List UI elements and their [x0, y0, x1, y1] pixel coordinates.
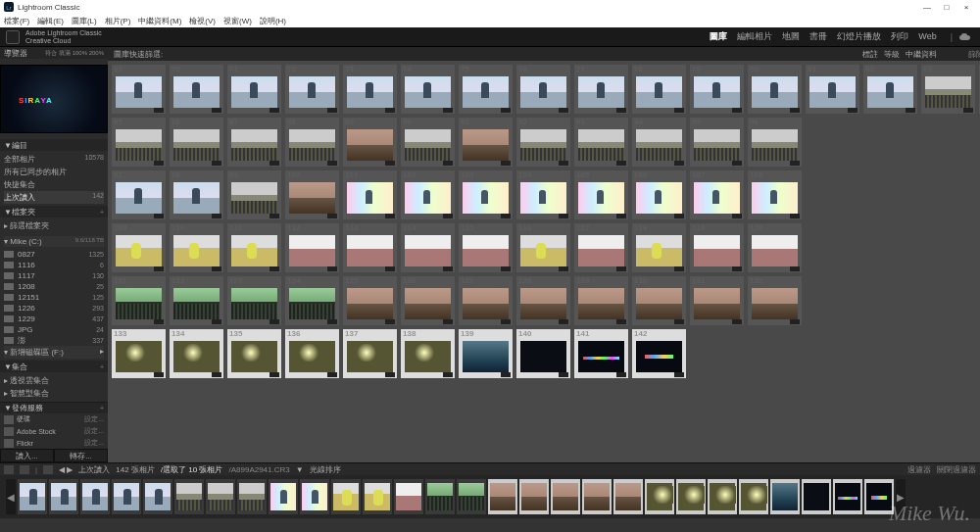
filmstrip-cell[interactable] [582, 479, 612, 514]
folders-tree[interactable]: 0827132511166111713012082512151125122629… [0, 249, 108, 344]
thumbnail-cell[interactable]: 108 [748, 170, 802, 219]
thumbnail-cell[interactable]: 101 [343, 170, 397, 219]
thumbnail-cell[interactable]: 90 [401, 118, 455, 167]
thumbnail-cell[interactable]: 127 [459, 276, 513, 325]
filmstrip-cell[interactable] [739, 479, 768, 514]
folder-row[interactable]: 1117130 [2, 270, 106, 281]
publish-service[interactable]: Flickr設定... [0, 437, 108, 449]
filmstrip-cell[interactable] [488, 479, 517, 514]
filter-rating[interactable]: 等級 [884, 49, 900, 60]
filmstrip-cell[interactable] [864, 479, 894, 514]
thumbnail-cell[interactable]: 116 [516, 223, 570, 272]
thumbnail-cell[interactable]: 111 [227, 223, 281, 272]
module-Web[interactable]: Web [918, 31, 936, 41]
menu-相片(P)[interactable]: 相片(P) [105, 16, 131, 26]
thumbnail-cell[interactable]: 91 [459, 118, 513, 167]
thumbnail-cell[interactable]: 95 [690, 118, 744, 167]
filmstrip-cell[interactable] [49, 479, 78, 514]
thumbnail-cell[interactable]: 94 [632, 118, 686, 167]
thumbnail-cell[interactable]: 122 [170, 276, 223, 325]
thumbnail-cell[interactable]: 92 [516, 118, 570, 167]
publish-service[interactable]: Adobe Stock設定... [0, 425, 108, 437]
filmstrip-cell[interactable] [206, 479, 235, 514]
thumbnail-cell[interactable]: 123 [227, 276, 281, 325]
thumbnail-cell[interactable]: 80 [748, 65, 802, 114]
module-幻燈片播放[interactable]: 幻燈片播放 [837, 31, 881, 41]
catalog-row[interactable]: 快捷集合 [4, 178, 104, 191]
filter-flag[interactable]: 標註 [862, 49, 878, 60]
filmstrip-cell[interactable] [237, 479, 267, 514]
menu-中繼資料(M)[interactable]: 中繼資料(M) [138, 16, 181, 26]
navigator-preview[interactable]: SIRAYA [0, 65, 108, 133]
filmstrip-cell[interactable] [112, 479, 141, 514]
thumbnail-cell[interactable]: 121 [112, 276, 166, 325]
folder-row[interactable]: JPG24 [2, 324, 106, 335]
thumbnail-cell[interactable]: 139 [459, 329, 513, 378]
folders-drive2-row[interactable]: ▾ 新增磁碟區 (F:)▸ [0, 344, 108, 361]
filmstrip-cell[interactable] [143, 479, 172, 514]
filmstrip-cell[interactable] [613, 479, 643, 514]
filmstrip-cell[interactable] [519, 479, 549, 514]
thumbnail-cell[interactable]: 106 [632, 170, 686, 219]
thumbnail-cell[interactable]: 93 [574, 118, 628, 167]
folder-row[interactable]: 11166 [2, 260, 106, 270]
thumbnail-cell[interactable]: 136 [285, 329, 339, 378]
thumbnail-cell[interactable]: 75 [459, 65, 513, 114]
publish-service[interactable]: 硬碟設定... [0, 413, 108, 425]
thumbnail-cell[interactable]: 70 [170, 65, 223, 114]
close-button[interactable]: × [956, 3, 976, 12]
left-panel[interactable]: 導覽器 符合 填滿 100% 200% SIRAYA ▼ 編目 全部相片1057… [0, 47, 108, 462]
filmstrip-cell[interactable] [363, 479, 392, 514]
thumbnail-cell[interactable]: 113 [343, 223, 397, 272]
thumbnail-cell[interactable]: 134 [170, 329, 223, 378]
catalog-row[interactable]: 上次讀入142 [4, 191, 104, 204]
thumbnail-cell[interactable]: 72 [285, 65, 339, 114]
thumbnail-cell[interactable]: 138 [401, 329, 455, 378]
thumbnail-cell[interactable]: 109 [112, 223, 166, 272]
folders-header[interactable]: ▼ 檔案夾+ [0, 206, 108, 218]
thumbnail-cell[interactable]: 128 [516, 276, 570, 325]
thumbnail-cell[interactable]: 137 [343, 329, 397, 378]
collection-row[interactable]: ▸ 透視雲集合 [4, 374, 104, 387]
thumbnail-cell[interactable]: 71 [227, 65, 281, 114]
thumbnail-cell[interactable]: 124 [285, 276, 339, 325]
filmstrip-cell[interactable] [551, 479, 580, 514]
filmstrip-right-arrow[interactable]: ▶ [896, 479, 906, 514]
thumbnail-cell[interactable]: 103 [459, 170, 513, 219]
filmstrip-cell[interactable] [300, 479, 329, 514]
menu-編輯(E)[interactable]: 編輯(E) [37, 16, 64, 26]
thumbnail-cell[interactable]: 104 [516, 170, 570, 219]
thumbnail-cell[interactable]: 99 [227, 170, 281, 219]
thumbnail-grid[interactable]: 6970717273747576777879808182838485868788… [108, 61, 980, 462]
thumbnail-cell[interactable]: 126 [401, 276, 455, 325]
collections-list[interactable]: ▸ 透視雲集合▸ 智慧型集合 [0, 372, 108, 402]
thumbnail-cell[interactable]: 97 [112, 170, 166, 219]
thumbnail-cell[interactable]: 130 [632, 276, 686, 325]
folder-row[interactable]: 120825 [2, 281, 106, 292]
thumbnail-cell[interactable]: 74 [401, 65, 455, 114]
thumbnail-cell[interactable]: 125 [343, 276, 397, 325]
thumbnail-cell[interactable]: 112 [285, 223, 339, 272]
folders-drive-row[interactable]: ▾ Mike (C:)9.6/118 TB [0, 234, 108, 249]
filter-preset[interactable]: 篩除條件關閉 [968, 49, 980, 60]
thumbnail-cell[interactable]: 96 [748, 118, 802, 167]
thumbnail-cell[interactable]: 132 [748, 276, 802, 325]
filter-metadata[interactable]: 中繼資料 [906, 49, 937, 60]
status-filter-off[interactable]: 關閉過濾器 [937, 464, 976, 475]
module-編輯相片[interactable]: 編輯相片 [737, 31, 772, 41]
maximize-button[interactable]: □ [937, 3, 956, 12]
thumbnail-cell[interactable]: 77 [574, 65, 628, 114]
thumbnail-cell[interactable]: 118 [632, 223, 686, 272]
thumbnail-cell[interactable]: 78 [632, 65, 686, 114]
catalog-row[interactable]: 所有已同步的相片 [4, 166, 104, 178]
thumbnail-cell[interactable]: 120 [748, 223, 802, 272]
filmstrip-cell[interactable] [770, 479, 800, 514]
loupe-view-icon[interactable] [20, 465, 29, 474]
thumbnail-cell[interactable]: 73 [343, 65, 397, 114]
thumbnail-cell[interactable]: 89 [343, 118, 397, 167]
thumbnail-cell[interactable]: 110 [170, 223, 223, 272]
folder-row[interactable]: 1229437 [2, 314, 106, 324]
filmstrip-cell[interactable] [331, 479, 361, 514]
cloud-icon[interactable] [958, 32, 974, 42]
filmstrip-cell[interactable] [645, 479, 674, 514]
